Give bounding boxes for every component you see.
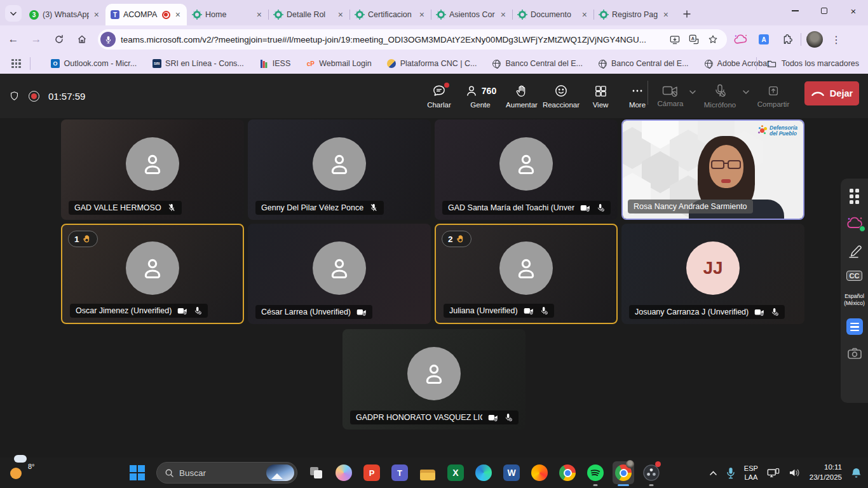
participant-tile-gadpr-honorato[interactable]: GADPR HONORATO VASQUEZ LIC. VI...	[342, 329, 526, 430]
tab-detalle-rol[interactable]: Detalle Rol ×	[268, 4, 349, 25]
name-plate: Genny Del Pilar Vélez Ponce	[255, 201, 384, 215]
task-view-button[interactable]	[305, 461, 327, 484]
chrome-icon[interactable]	[557, 461, 578, 484]
excel-icon[interactable]: X	[445, 461, 466, 484]
file-explorer-icon[interactable]	[417, 461, 438, 484]
participant-tile-oscar[interactable]: 1 Oscar Jimenez (Unverified)	[61, 224, 244, 324]
close-tab-icon[interactable]: ×	[93, 10, 100, 20]
leave-button[interactable]: Dejar	[804, 81, 859, 105]
apps-grid-icon[interactable]	[11, 59, 21, 69]
forward-button[interactable]: →	[27, 30, 46, 49]
reload-button[interactable]	[50, 30, 69, 49]
cloud-extension-icon[interactable]	[732, 30, 750, 48]
bookmark-sri[interactable]: SRI SRI en Línea - Cons...	[152, 59, 244, 69]
close-window-button[interactable]: ×	[839, 0, 868, 22]
hidden-icons-chevron[interactable]	[709, 470, 717, 476]
translate-extension-icon[interactable]: A	[755, 30, 773, 48]
mic-button[interactable]: Micrófono	[698, 78, 742, 114]
extensions-puzzle-icon[interactable]	[778, 30, 796, 48]
bookmark-bce-2[interactable]: Banco Central del E...	[598, 59, 689, 69]
bookmark-webmail[interactable]: cP Webmail Login	[306, 59, 371, 69]
participant-tile-gad-valle-hermoso[interactable]: GAD VALLE HERMOSO	[61, 119, 244, 220]
closed-captions-button[interactable]: CC	[846, 271, 863, 281]
tab-home[interactable]: Home ×	[187, 4, 268, 25]
taskbar-search[interactable]: Buscar	[156, 462, 297, 484]
screenshot-camera-icon[interactable]	[847, 347, 862, 360]
participant-tile-josuany[interactable]: JJ Josuany Carranza J (Unverified)	[621, 224, 804, 324]
react-button[interactable]: Reaccionar	[540, 78, 582, 114]
participant-tile-gad-santa-maria[interactable]: GAD Santa María del Toachi (Unverifi...	[435, 119, 618, 220]
camera-button[interactable]: Cámara	[652, 78, 689, 114]
start-button[interactable]	[130, 465, 145, 480]
tab-whatsapp[interactable]: 3 (3) WhatsApp ×	[24, 4, 105, 25]
bookmark-label: SRI en Línea - Cons...	[165, 59, 244, 68]
raise-hand-button[interactable]: Aumentar	[503, 78, 540, 114]
person-icon	[325, 150, 353, 178]
network-icon[interactable]	[767, 468, 780, 478]
notification-bell-icon[interactable]	[851, 467, 862, 479]
tab-certificacion[interactable]: Certificacion ×	[349, 4, 431, 25]
participant-tile-genny[interactable]: Genny Del Pilar Vélez Ponce	[248, 119, 431, 220]
all-bookmarks-button[interactable]: Todos los marcadores	[751, 53, 859, 74]
chrome-active-icon[interactable]	[613, 461, 634, 484]
close-tab-icon[interactable]: ×	[255, 10, 263, 20]
profile-avatar[interactable]	[806, 31, 823, 48]
participant-tile-juliana[interactable]: 2 Juliana (Unverified)	[435, 224, 618, 324]
highlighter-icon[interactable]	[846, 242, 863, 259]
share-screen-icon	[766, 84, 780, 98]
language-indicator[interactable]: ESP LAA	[744, 464, 758, 482]
camera-options-chevron[interactable]	[689, 86, 696, 97]
edge-icon[interactable]	[473, 461, 494, 484]
people-button[interactable]: 760 Gente	[458, 78, 503, 114]
install-app-icon[interactable]	[667, 32, 682, 46]
tab-documento[interactable]: Documento ×	[512, 4, 593, 25]
home-button[interactable]	[72, 30, 92, 49]
close-tab-icon[interactable]: ×	[499, 10, 507, 20]
url-text[interactable]: teams.microsoft.com/v2/?meetingjoin=true…	[121, 35, 663, 44]
share-button[interactable]: Compartir	[751, 78, 796, 114]
back-button[interactable]: ←	[4, 30, 23, 49]
copilot-icon[interactable]	[333, 461, 355, 484]
obs-icon[interactable]	[641, 461, 662, 484]
site-info-icon[interactable]	[100, 32, 116, 47]
mic-options-chevron[interactable]	[742, 86, 750, 97]
restore-button[interactable]	[810, 0, 839, 22]
translate-page-icon[interactable]: A	[686, 32, 702, 46]
bookmark-iess[interactable]: IESS	[259, 59, 291, 69]
clock-widget[interactable]: 10:11 23/1/2025	[810, 463, 842, 482]
participant-name: Oscar Jimenez (Unverified)	[76, 306, 172, 315]
view-button[interactable]: View	[582, 78, 619, 114]
firefox-icon[interactable]	[529, 461, 550, 484]
bookmark-star-icon[interactable]	[705, 32, 721, 46]
close-tab-icon[interactable]: ×	[337, 10, 344, 20]
mic-in-use-icon[interactable]	[726, 467, 735, 479]
spotify-icon[interactable]	[585, 461, 606, 484]
close-tab-icon[interactable]: ×	[418, 10, 426, 20]
bookmark-bce-1[interactable]: Banco Central del E...	[492, 59, 583, 69]
tab-asientos[interactable]: Asientos Cor ×	[431, 4, 512, 25]
close-tab-icon[interactable]: ×	[174, 10, 182, 20]
word-icon[interactable]: W	[501, 461, 522, 484]
teams-app-icon[interactable]: T	[389, 461, 410, 484]
tab-search-button[interactable]	[5, 5, 22, 22]
apps-grid-icon[interactable]	[850, 189, 859, 204]
address-bar[interactable]: teams.microsoft.com/v2/?meetingjoin=true…	[98, 29, 727, 50]
gear-icon	[193, 11, 201, 18]
bookmark-cnc[interactable]: Plataforma CNC | C...	[387, 59, 477, 69]
new-tab-button[interactable]	[679, 6, 695, 22]
speaker-icon[interactable]	[789, 468, 801, 478]
participant-tile-cesar[interactable]: César Larrea (Unverified)	[248, 224, 431, 324]
participant-tile-rosa-video[interactable]: Defensoría del Pueblo Rosa Nancy Andrade…	[621, 119, 804, 220]
chat-button[interactable]: Charlar	[421, 78, 458, 114]
close-tab-icon[interactable]: ×	[662, 10, 670, 20]
cloud-extension-icon[interactable]	[846, 216, 864, 230]
tab-registro-pag[interactable]: Registro Pag ×	[593, 4, 675, 25]
close-tab-icon[interactable]: ×	[581, 10, 588, 20]
tab-teams-active[interactable]: T ACOMPA ×	[105, 4, 187, 25]
docs-icon[interactable]	[846, 318, 863, 335]
weather-widget[interactable]: 8°	[10, 461, 35, 479]
bookmark-outlook[interactable]: O Outlook.com - Micr...	[51, 59, 137, 69]
browser-menu-icon[interactable]: ⋮	[827, 30, 846, 49]
pdf-app-icon[interactable]: P	[361, 461, 383, 484]
minimize-button[interactable]	[780, 0, 810, 22]
